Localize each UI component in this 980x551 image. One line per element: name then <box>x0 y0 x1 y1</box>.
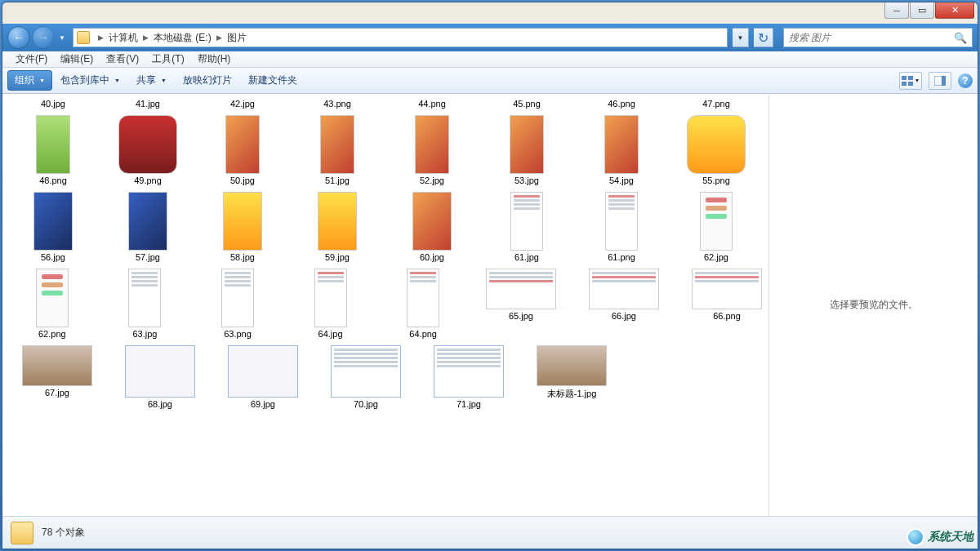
file-name: 64.jpg <box>318 329 343 339</box>
file-item[interactable]: 44.png <box>401 97 463 109</box>
file-item[interactable]: 57.jpg <box>117 192 179 262</box>
file-item[interactable]: 55.png <box>685 115 747 185</box>
svg-rect-1 <box>908 76 913 80</box>
file-item[interactable]: 63.png <box>207 269 268 339</box>
file-item[interactable]: 53.jpg <box>496 115 558 185</box>
file-item[interactable]: 40.jpg <box>22 97 84 109</box>
file-item[interactable]: 66.png <box>692 269 762 339</box>
file-item[interactable]: 60.jpg <box>401 192 463 262</box>
file-item[interactable]: 68.jpg <box>125 345 195 409</box>
file-item[interactable]: 63.jpg <box>115 269 176 339</box>
file-row: 40.jpg 41.jpg 42.jpg 43.png 44.png 45.pn… <box>22 97 762 109</box>
file-name: 69.jpg <box>251 399 275 409</box>
maximize-button[interactable]: ▭ <box>910 2 934 19</box>
minimize-button[interactable]: ─ <box>884 2 909 19</box>
share-label: 共享 <box>136 73 156 87</box>
file-name: 未标题-1.jpg <box>547 388 597 400</box>
address-bar[interactable]: ▶ 计算机 ▶ 本地磁盘 (E:) ▶ 图片 <box>73 28 728 47</box>
thumbnail-icon <box>318 192 357 251</box>
search-input[interactable] <box>789 32 954 43</box>
file-item[interactable]: 58.jpg <box>212 192 274 262</box>
watermark: 系统天地 <box>906 528 973 546</box>
menu-tools[interactable]: 工具(T) <box>145 52 190 66</box>
file-item[interactable]: 64.jpg <box>301 269 361 339</box>
file-name: 48.png <box>39 176 67 185</box>
thumbnail-icon <box>228 345 298 398</box>
help-button[interactable]: ? <box>958 73 973 88</box>
file-item[interactable]: 47.png <box>685 97 747 109</box>
file-item[interactable]: 41.jpg <box>117 97 179 109</box>
file-item[interactable]: 69.jpg <box>228 345 298 409</box>
file-item[interactable]: 未标题-1.jpg <box>537 345 607 409</box>
file-item[interactable]: 54.jpg <box>590 115 653 185</box>
file-item[interactable]: 70.jpg <box>331 345 401 409</box>
menu-edit[interactable]: 编辑(E) <box>54 52 100 66</box>
crumb-drive-e[interactable]: 本地磁盘 (E:) <box>152 31 213 45</box>
preview-pane-button[interactable] <box>929 72 951 90</box>
menu-view[interactable]: 查看(V) <box>100 52 145 66</box>
file-item[interactable]: 66.jpg <box>589 269 659 339</box>
file-item[interactable]: 50.jpg <box>212 115 274 185</box>
address-dropdown[interactable]: ▼ <box>733 28 749 47</box>
include-in-library-button[interactable]: 包含到库中 ▼ <box>52 71 128 90</box>
file-item[interactable]: 62.jpg <box>685 192 747 262</box>
preview-pane-icon <box>934 76 946 86</box>
file-item[interactable]: 43.png <box>306 97 368 109</box>
file-name: 66.jpg <box>612 311 636 321</box>
globe-icon <box>906 528 924 546</box>
file-name: 71.jpg <box>457 399 481 409</box>
search-icon[interactable]: 🔍 <box>954 32 967 44</box>
file-item[interactable]: 65.jpg <box>486 269 556 339</box>
folder-icon <box>11 522 33 544</box>
file-name: 64.png <box>409 329 437 339</box>
refresh-button[interactable]: ↻ <box>754 28 773 47</box>
menu-help[interactable]: 帮助(H) <box>191 52 238 66</box>
file-item[interactable]: 49.png <box>117 115 179 185</box>
view-options-button[interactable]: ▼ <box>899 72 922 90</box>
window-controls: ─ ▭ ✕ <box>884 2 974 24</box>
thumbnail-icon <box>700 192 733 251</box>
new-folder-button[interactable]: 新建文件夹 <box>240 71 305 90</box>
crumb-pictures[interactable]: 图片 <box>225 31 248 45</box>
file-item[interactable]: 48.png <box>22 115 84 185</box>
forward-button[interactable]: → <box>32 26 55 49</box>
slideshow-button[interactable]: 放映幻灯片 <box>175 71 240 90</box>
file-item[interactable]: 52.jpg <box>401 115 463 185</box>
chevron-down-icon: ▼ <box>114 78 120 83</box>
thumbnail-icon <box>407 269 439 327</box>
file-item[interactable]: 45.png <box>496 97 558 109</box>
thumbnail-icon <box>36 115 70 174</box>
thumbnail-icon <box>331 345 401 398</box>
nav-buttons: ← → ▼ <box>7 26 68 49</box>
menu-file[interactable]: 文件(F) <box>9 52 54 66</box>
file-item[interactable]: 67.jpg <box>22 345 92 409</box>
thumbnail-icon <box>486 269 556 309</box>
crumb-sep-1: ▶ <box>140 33 152 42</box>
file-item[interactable]: 46.png <box>590 97 653 109</box>
command-bar-right: ▼ ? <box>899 72 973 90</box>
search-box[interactable]: 🔍 <box>783 28 973 47</box>
share-button[interactable]: 共享 ▼ <box>128 71 175 90</box>
thumbnail-icon <box>225 115 260 174</box>
file-grid[interactable]: 40.jpg 41.jpg 42.jpg 43.png 44.png 45.pn… <box>2 94 768 516</box>
thumbnail-icon <box>125 345 195 398</box>
file-item[interactable]: 59.jpg <box>306 192 368 262</box>
file-name: 66.png <box>713 311 741 321</box>
back-button[interactable]: ← <box>7 26 30 49</box>
file-item[interactable]: 42.jpg <box>212 97 274 109</box>
file-item[interactable]: 64.png <box>393 269 453 339</box>
file-name: 70.jpg <box>354 399 378 409</box>
nav-history-dropdown[interactable]: ▼ <box>56 26 68 49</box>
crumb-computer[interactable]: 计算机 <box>107 31 140 45</box>
file-item[interactable]: 71.jpg <box>434 345 504 409</box>
file-item[interactable]: 61.png <box>590 192 653 262</box>
close-button[interactable]: ✕ <box>935 2 974 19</box>
file-item[interactable]: 62.png <box>22 269 82 339</box>
file-item[interactable]: 61.jpg <box>496 192 558 262</box>
status-item-count: 78 个对象 <box>42 526 85 540</box>
watermark-text: 系统天地 <box>928 530 973 544</box>
file-item[interactable]: 51.jpg <box>306 115 368 185</box>
file-item[interactable]: 56.jpg <box>22 192 84 262</box>
content-area: 40.jpg 41.jpg 42.jpg 43.png 44.png 45.pn… <box>2 94 978 516</box>
organize-button[interactable]: 组织 ▼ <box>7 70 52 91</box>
